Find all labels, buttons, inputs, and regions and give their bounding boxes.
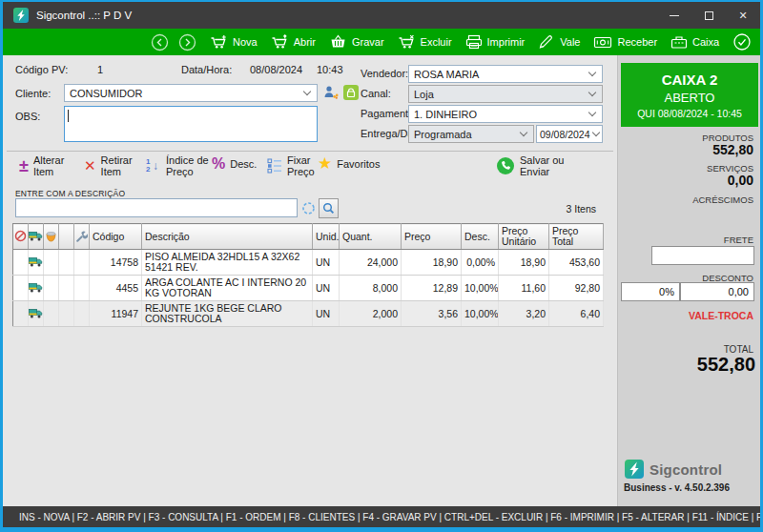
cart-delete-icon — [398, 34, 416, 50]
column-preco[interactable]: Preço — [402, 224, 462, 250]
gravar-button[interactable]: Gravar — [329, 34, 384, 50]
minimize-button[interactable] — [657, 2, 691, 29]
bucket-icon — [45, 230, 57, 242]
column-material[interactable] — [44, 224, 59, 250]
minimize-icon — [670, 15, 679, 16]
entrega-combo[interactable]: Programada — [408, 125, 534, 143]
canal-label: Canal: — [361, 88, 391, 99]
fixar-preco-button[interactable]: FixarPreço — [267, 154, 315, 177]
canal-combo[interactable]: Loja — [408, 85, 603, 103]
caixa-datetime: QUI 08/08/2024 - 10:45 — [637, 108, 742, 119]
cell-unid: UN — [313, 301, 340, 327]
cell-codigo: 11947 — [90, 301, 142, 327]
datahora-label: Data/Hora: — [181, 64, 232, 75]
column-preco-unitario[interactable]: Preço Unitário — [499, 224, 549, 250]
truck-icon — [29, 281, 43, 293]
cliente-combo[interactable]: CONSUMIDOR — [64, 84, 318, 102]
canal-value: Loja — [414, 89, 434, 100]
acrescimos-label: ACRÉSCIMOS — [692, 194, 753, 205]
pagamento-combo[interactable]: 1. DINHEIRO — [408, 105, 603, 123]
vale-button[interactable]: Vale — [538, 34, 580, 50]
column-quant[interactable]: Quant. — [340, 224, 402, 250]
maximize-icon — [705, 11, 713, 20]
column-service[interactable] — [74, 224, 90, 250]
nav-group — [151, 33, 196, 51]
column-block[interactable] — [13, 224, 29, 250]
search-button[interactable] — [319, 198, 339, 218]
fixar-preco-label: FixarPreço — [287, 154, 315, 177]
receber-button[interactable]: Receber — [593, 35, 657, 50]
frete-input[interactable] — [651, 246, 754, 265]
client-list-icon[interactable] — [323, 85, 340, 100]
retirar-item-button[interactable]: ✕ RetirarItem — [84, 154, 133, 177]
imprimir-button[interactable]: Imprimir — [465, 34, 526, 50]
maximize-button[interactable] — [691, 2, 726, 29]
confirm-button[interactable] — [732, 32, 752, 51]
desconto-value-input[interactable]: 0,00 — [680, 282, 754, 301]
excluir-button[interactable]: Excluir — [398, 34, 452, 50]
refresh-icon[interactable] — [301, 201, 316, 215]
cell-desc: 0,00% — [462, 250, 499, 276]
table-row[interactable]: 4455 ARGA COLANTE AC I INTERNO 20 KG VOT… — [13, 276, 604, 301]
vendedor-combo[interactable]: ROSA MARIA — [408, 65, 603, 83]
table-row[interactable]: 11947 REJUNTE 1KG BEGE CLARO CONSTRUCOLA… — [13, 301, 604, 327]
caixa-button[interactable]: Caixa — [670, 34, 719, 50]
body: Código PV: 1 Data/Hora: 08/08/2024 10:43… — [3, 55, 760, 506]
vale-troca-link[interactable]: VALE-TROCA — [689, 310, 753, 321]
column-delivery[interactable] — [29, 224, 44, 250]
nova-button[interactable]: Nova — [210, 34, 258, 50]
retirar-item-label: RetirarItem — [101, 154, 133, 177]
desconto-percent-input[interactable]: 0% — [621, 282, 680, 301]
column-codigo[interactable]: Código — [90, 224, 142, 250]
cell-desc: 10,00% — [462, 276, 499, 301]
percent-icon: % — [212, 156, 225, 172]
items-count: 3 Itens — [566, 203, 596, 215]
titlebar: Sigcontrol ..:: P D V ✕ — [3, 2, 760, 29]
close-button[interactable]: ✕ — [726, 2, 760, 29]
search-input[interactable] — [15, 198, 298, 217]
column-descricao[interactable]: Descrição — [142, 224, 313, 250]
hora-value: 10:43 — [317, 64, 343, 75]
whatsapp-icon — [496, 156, 515, 175]
desconto-button[interactable]: % Desc. — [212, 156, 257, 172]
entrega-data-combo[interactable]: 09/08/2024 — [536, 125, 603, 143]
main-toolbar: Nova Abrir Gravar — [3, 29, 760, 55]
cell-quant: 24,000 — [340, 250, 402, 276]
cell-preco-total: 6,40 — [549, 301, 604, 327]
cell-preco-unitario: 3,20 — [499, 301, 549, 327]
column-preco-total[interactable]: Preço Total — [549, 224, 604, 250]
table-row[interactable]: 14758 PISO ALMEIDA 32HDL15 A 32X62 51421… — [13, 250, 604, 276]
produtos-value: 552,80 — [712, 142, 753, 157]
favoritos-button[interactable]: ★ Favoritos — [318, 156, 381, 172]
abrir-button[interactable]: Abrir — [271, 34, 316, 50]
chevron-down-icon — [520, 129, 527, 136]
nova-label: Nova — [233, 36, 258, 48]
gravar-label: Gravar — [352, 36, 384, 48]
brand-name: Sigcontrol — [650, 461, 722, 478]
cell-quant: 8,000 — [340, 276, 402, 301]
shopping-bag-icon[interactable] — [343, 85, 359, 100]
obs-field[interactable] — [64, 106, 318, 142]
servicos-value: 0,00 — [728, 173, 753, 188]
chevron-down-icon — [303, 88, 311, 95]
chevron-down-icon — [588, 69, 596, 76]
window-title: Sigcontrol ..:: P D V — [36, 10, 132, 21]
column-desc[interactable]: Desc. — [462, 224, 499, 250]
alterar-item-button[interactable]: ± AlterarItem — [19, 154, 64, 177]
cell-preco-total: 453,60 — [549, 250, 604, 276]
separator — [7, 151, 613, 152]
indice-preco-button[interactable]: 12↓ Índice dePreço — [145, 154, 209, 177]
nav-back-button[interactable] — [151, 33, 169, 51]
excluir-label: Excluir — [421, 36, 452, 48]
cell-preco-total: 92,80 — [549, 276, 604, 301]
wrench-icon — [75, 230, 88, 242]
version-text: Business - v. 4.50.2.396 — [624, 482, 730, 493]
table-header-row: Código Descrição Unid. Quant. Preço Desc… — [13, 224, 604, 250]
vendedor-value: ROSA MARIA — [414, 69, 479, 80]
nav-forward-button[interactable] — [178, 33, 196, 51]
cell-codigo: 14758 — [90, 250, 142, 276]
vale-label: Vale — [560, 36, 580, 48]
column-unid[interactable]: Unid. — [313, 224, 340, 250]
salvar-enviar-button[interactable]: Salvar ouEnviar — [496, 154, 564, 177]
column-empty — [59, 224, 74, 250]
